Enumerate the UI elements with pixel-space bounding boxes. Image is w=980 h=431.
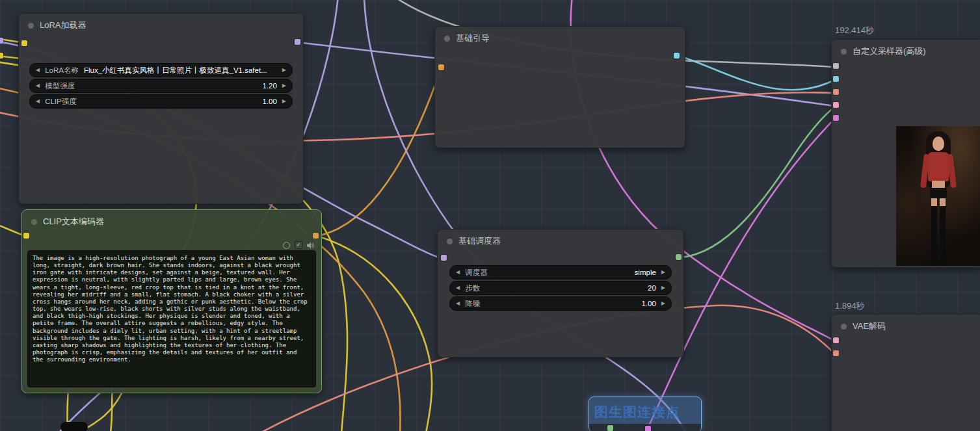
node-basic-scheduler[interactable]: 基础调度器 ◀ 调度器 simple ▶ ◀ 步数 20 ▶ ◀ 降噪 1.00… bbox=[437, 229, 684, 358]
node-title: 基础调度器 bbox=[458, 235, 501, 247]
node-title: LoRA加载器 bbox=[40, 20, 86, 31]
execution-time-label: 192.414秒 bbox=[835, 25, 874, 36]
node-title: VAE解码 bbox=[853, 320, 886, 332]
prev-arrow-icon[interactable]: ◀ bbox=[456, 270, 460, 275]
widget-label: 步数 bbox=[465, 283, 480, 293]
next-arrow-icon[interactable]: ▶ bbox=[661, 270, 665, 275]
widget-label: 降噪 bbox=[465, 299, 480, 309]
next-arrow-icon[interactable]: ▶ bbox=[282, 68, 286, 73]
input-port-noise[interactable] bbox=[833, 63, 839, 69]
node-title: 基础引导 bbox=[456, 33, 490, 44]
figure-stocking bbox=[931, 206, 937, 266]
next-arrow-icon[interactable]: ▶ bbox=[661, 285, 665, 291]
partial-node[interactable] bbox=[60, 422, 88, 431]
node-img2img-connector[interactable]: 图生图连接点 bbox=[589, 397, 702, 431]
widget-label: LoRA名称 bbox=[45, 66, 79, 75]
output-port-conditioning[interactable] bbox=[313, 233, 319, 239]
input-port-samples[interactable] bbox=[833, 337, 839, 343]
prev-arrow-icon[interactable]: ◀ bbox=[456, 301, 460, 306]
widget-value: 1.00 bbox=[485, 300, 656, 307]
next-arrow-icon[interactable]: ▶ bbox=[282, 83, 286, 88]
prev-arrow-icon[interactable]: ◀ bbox=[456, 285, 460, 291]
wire-yellow-4 bbox=[317, 236, 432, 431]
input-port-clip[interactable] bbox=[23, 233, 29, 239]
node-header[interactable]: CLIP文本编码器 bbox=[22, 210, 321, 231]
widget-scheduler[interactable]: ◀ 调度器 simple ▶ bbox=[449, 265, 672, 280]
visibility-icon[interactable] bbox=[283, 242, 290, 249]
widget-value: 20 bbox=[485, 284, 656, 292]
output-port-latent[interactable] bbox=[607, 425, 613, 431]
next-arrow-icon[interactable]: ▶ bbox=[661, 301, 665, 306]
widget-label: 模型强度 bbox=[45, 81, 75, 91]
widget-value: 1.00 bbox=[82, 98, 277, 105]
wire-orange-1 bbox=[317, 69, 441, 236]
input-port-latent[interactable] bbox=[833, 115, 839, 121]
widget-label: CLIP强度 bbox=[45, 97, 77, 107]
node-custom-sampler[interactable]: 自定义采样器(高级) bbox=[831, 39, 980, 268]
output-port-sigmas[interactable] bbox=[676, 254, 682, 260]
figure-face bbox=[933, 137, 944, 151]
collapse-dot-icon[interactable] bbox=[444, 36, 450, 42]
preview-image bbox=[896, 126, 980, 266]
wire-green-1 bbox=[680, 107, 834, 257]
widget-value: simple bbox=[493, 268, 656, 276]
node-header[interactable]: VAE解码 bbox=[832, 315, 980, 335]
output-port-image[interactable] bbox=[645, 426, 651, 431]
wire-yellow-6 bbox=[0, 224, 23, 235]
input-port-model[interactable] bbox=[21, 40, 27, 46]
node-header[interactable]: 基础引导 bbox=[435, 27, 685, 47]
input-port-model[interactable] bbox=[441, 255, 447, 261]
widget-value: Flux_小红书真实风格丨日常照片丨极致逼真_V1.safet... bbox=[84, 66, 277, 75]
input-port-conditioning[interactable] bbox=[438, 64, 444, 70]
node-title: 自定义采样器(高级) bbox=[853, 46, 926, 57]
execution-time-label: 1.894秒 bbox=[835, 300, 865, 312]
widget-label: 调度器 bbox=[465, 268, 488, 278]
prev-arrow-icon[interactable]: ◀ bbox=[36, 83, 40, 88]
node-header[interactable]: 自定义采样器(高级) bbox=[832, 40, 980, 60]
node-title: 图生图连接点 bbox=[589, 397, 701, 421]
node-basic-guider[interactable]: 基础引导 bbox=[434, 26, 685, 148]
node-header[interactable]: LoRA加载器 bbox=[19, 14, 303, 34]
widget-model-strength[interactable]: ◀ 模型强度 1.20 ▶ bbox=[29, 79, 293, 93]
prompt-textarea[interactable]: The image is a high-resolution photograp… bbox=[27, 250, 316, 387]
checkbox-icon[interactable]: ✓ bbox=[295, 241, 302, 249]
wire-cyan-1 bbox=[679, 56, 834, 90]
node-title: CLIP文本编码器 bbox=[43, 216, 104, 228]
input-port-guider[interactable] bbox=[833, 76, 839, 82]
figure-stocking bbox=[940, 206, 946, 266]
edge-port-purple[interactable] bbox=[0, 38, 3, 44]
output-port-guider[interactable] bbox=[674, 53, 680, 59]
prev-arrow-icon[interactable]: ◀ bbox=[36, 99, 40, 104]
speaker-icon[interactable] bbox=[307, 242, 315, 249]
collapse-dot-icon[interactable] bbox=[31, 219, 37, 225]
input-port-vae[interactable] bbox=[833, 350, 839, 356]
edge-port-yellow[interactable] bbox=[0, 53, 3, 59]
input-port-sigmas[interactable] bbox=[833, 102, 839, 108]
widget-clip-strength[interactable]: ◀ CLIP强度 1.00 ▶ bbox=[29, 94, 293, 109]
figure-shorts bbox=[930, 188, 947, 199]
input-port-sampler[interactable] bbox=[833, 89, 839, 95]
node-vae-decode[interactable]: VAE解码 bbox=[831, 314, 980, 431]
widget-denoise[interactable]: ◀ 降噪 1.00 ▶ bbox=[449, 296, 672, 311]
node-header[interactable]: 基础调度器 bbox=[438, 229, 683, 250]
prev-arrow-icon[interactable]: ◀ bbox=[36, 68, 40, 73]
collapse-dot-icon[interactable] bbox=[841, 49, 847, 55]
collapse-dot-icon[interactable] bbox=[841, 324, 847, 330]
widget-value: 1.20 bbox=[80, 82, 277, 90]
collapse-dot-icon[interactable] bbox=[447, 239, 453, 244]
node-canvas[interactable]: LoRA加载器 ◀ LoRA名称 Flux_小红书真实风格丨日常照片丨极致逼真_… bbox=[0, 0, 980, 431]
widget-steps[interactable]: ◀ 步数 20 ▶ bbox=[449, 281, 672, 295]
collapse-dot-icon[interactable] bbox=[28, 23, 34, 29]
output-port-model[interactable] bbox=[295, 39, 300, 45]
next-arrow-icon[interactable]: ▶ bbox=[282, 99, 286, 104]
node-clip-text-encoder[interactable]: CLIP文本编码器 ✓ The image is a high-resoluti… bbox=[21, 209, 322, 393]
node-lora-loader[interactable]: LoRA加载器 ◀ LoRA名称 Flux_小红书真实风格丨日常照片丨极致逼真_… bbox=[18, 13, 304, 204]
widget-lora-name[interactable]: ◀ LoRA名称 Flux_小红书真实风格丨日常照片丨极致逼真_V1.safet… bbox=[29, 63, 293, 77]
figure-red-top bbox=[928, 152, 949, 181]
